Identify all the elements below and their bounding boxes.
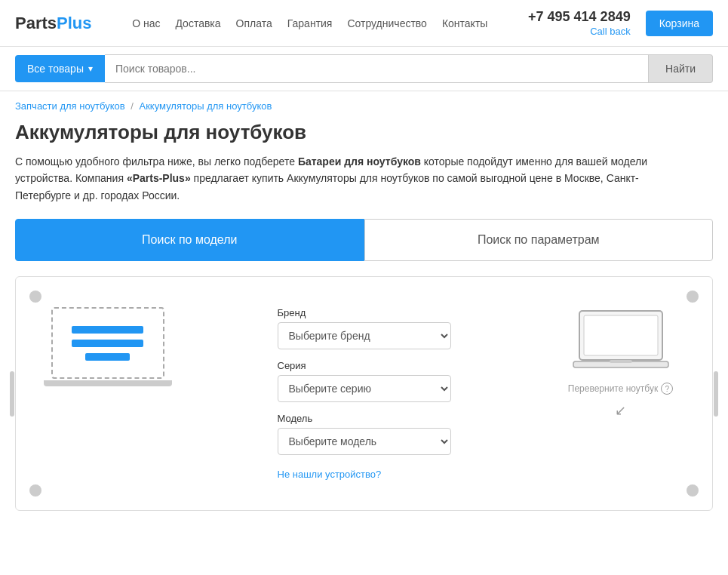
laptop-line-1	[72, 326, 143, 334]
search-input[interactable]	[105, 54, 649, 83]
nav-contacts[interactable]: Контакты	[442, 17, 487, 29]
main-nav: О нас Доставка Оплата Гарантия Сотруднич…	[132, 17, 487, 29]
nav-delivery[interactable]: Доставка	[175, 17, 220, 29]
phone-number: +7 495 414 2849	[528, 9, 631, 25]
side-bar-right	[714, 371, 718, 417]
search-bar: Все товары ▾ Найти	[0, 47, 728, 91]
page-title: Аккумуляторы для ноутбуков	[0, 118, 728, 153]
tab-model-search[interactable]: Поиск по модели	[15, 219, 364, 261]
breadcrumb-parts[interactable]: Запчасти для ноутбуков	[15, 100, 125, 112]
side-bar-left	[10, 371, 14, 417]
logo-plus: Plus	[57, 14, 91, 32]
logo[interactable]: PartsPlus	[15, 14, 92, 33]
desc-start: С помощью удобного фильтра ниже, вы легк…	[15, 155, 298, 168]
brand-label: Бренд	[278, 307, 451, 318]
laptop-mockup	[48, 307, 168, 386]
nav-payment[interactable]: Оплата	[236, 17, 272, 29]
filter-card: Бренд Выберите бренд Серия Выберите сери…	[15, 276, 713, 511]
laptop-svg	[572, 307, 670, 375]
all-goods-label: Все товары	[27, 63, 84, 75]
svg-rect-1	[584, 315, 658, 355]
breadcrumb-current: Аккумуляторы для ноутбуков	[140, 100, 272, 112]
deco-top-left	[29, 291, 41, 303]
breadcrumb: Запчасти для ноутбуков / Аккумуляторы дл…	[0, 91, 728, 118]
all-goods-button[interactable]: Все товары ▾	[15, 55, 105, 82]
logo-parts: Parts	[15, 14, 57, 32]
brand-group: Бренд Выберите бренд	[278, 307, 451, 349]
model-label: Модель	[278, 413, 451, 424]
deco-top-right	[687, 291, 699, 303]
flip-label: Переверните ноутбук ?	[568, 383, 673, 395]
tab-param-search[interactable]: Поиск по параметрам	[364, 219, 714, 261]
model-select[interactable]: Выберите модель	[278, 428, 451, 455]
laptop-line-2	[72, 340, 143, 347]
filter-form: Бренд Выберите бренд Серия Выберите сери…	[278, 307, 451, 480]
desc-bold2: «Parts-Plus»	[127, 172, 191, 184]
series-label: Серия	[278, 360, 451, 371]
help-icon[interactable]: ?	[661, 383, 673, 395]
header: PartsPlus О нас Доставка Оплата Гарантия…	[0, 0, 728, 47]
laptop-base	[44, 380, 172, 386]
tab-section: Поиск по модели Поиск по параметрам	[0, 219, 728, 276]
header-right: +7 495 414 2849 Call back Корзина	[528, 9, 713, 37]
call-back-link[interactable]: Call back	[590, 26, 630, 37]
phone-block: +7 495 414 2849 Call back	[528, 9, 631, 37]
svg-rect-3	[610, 360, 632, 363]
flip-arrow-icon: ↙	[615, 402, 626, 419]
laptop-line-3	[85, 353, 130, 361]
brand-select[interactable]: Выберите бренд	[278, 322, 451, 349]
laptop-right-illustration: Переверните ноутбук ? ↙	[553, 307, 689, 419]
deco-bottom-left	[29, 484, 41, 497]
search-button[interactable]: Найти	[649, 54, 713, 83]
series-select[interactable]: Выберите серию	[278, 375, 451, 402]
nav-about[interactable]: О нас	[132, 17, 160, 29]
breadcrumb-separator: /	[131, 100, 134, 112]
flip-text: Переверните ноутбук	[568, 383, 658, 394]
cart-button[interactable]: Корзина	[646, 11, 713, 36]
model-group: Модель Выберите модель	[278, 413, 451, 455]
nav-warranty[interactable]: Гарантия	[287, 17, 333, 29]
filter-card-wrapper: Бренд Выберите бренд Серия Выберите сери…	[15, 276, 713, 511]
laptop-screen-outline	[51, 307, 164, 379]
nav-cooperation[interactable]: Сотрудничество	[347, 17, 426, 29]
laptop-left-illustration	[40, 307, 176, 386]
series-group: Серия Выберите серию	[278, 360, 451, 402]
desc-bold1: Батареи для ноутбуков	[298, 155, 421, 168]
deco-bottom-right	[687, 484, 699, 497]
filter-inner: Бренд Выберите бренд Серия Выберите сери…	[40, 307, 689, 480]
chevron-down-icon: ▾	[88, 63, 93, 74]
not-found-link[interactable]: Не нашли устройство?	[278, 469, 382, 480]
page-description: С помощью удобного фильтра ниже, вы легк…	[0, 153, 679, 219]
